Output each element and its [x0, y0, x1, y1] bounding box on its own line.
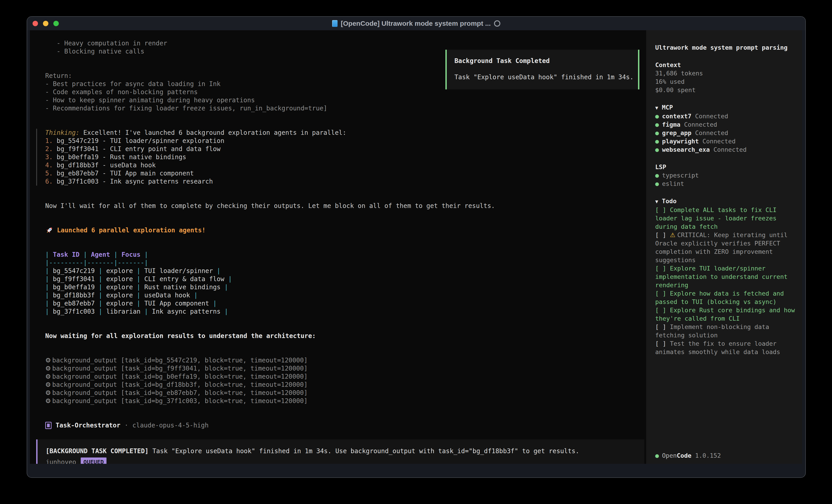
tool-call-list: ⚙background_output [task_id=bg_5547c219,…	[45, 356, 646, 405]
spinner-ring-icon	[494, 20, 500, 27]
thinking-item: 2. bg_f9ff3041 - CLI entry point and dat…	[45, 145, 646, 153]
gear-icon: ⚙	[45, 397, 51, 404]
table-row: | bg_b0effa19 | explore | Rust native bi…	[45, 283, 646, 291]
table-cell: bg_37f1c003	[53, 308, 95, 315]
thinking-item: 3. bg_b0effa19 - Rust native bindings	[45, 153, 646, 161]
table-cell: explore	[106, 267, 133, 275]
mcp-server-name: grep_app	[662, 130, 692, 136]
mcp-server-item: ●context7 Connected	[655, 112, 796, 120]
todo-item: [ ] Explore how data is fetched and pass…	[655, 289, 796, 306]
table-cell: CLI entry & data flow	[144, 275, 224, 283]
agent-separator: ·	[125, 421, 128, 429]
connected-dot-icon: ●	[655, 172, 659, 179]
table-cell: bg_df18bb3f	[53, 291, 95, 299]
tool-call-line: ⚙background_output [task_id=bg_df18bb3f,…	[45, 381, 646, 389]
agent-avatar-icon	[45, 422, 52, 429]
table-row: | bg_eb87ebb7 | explore | TUI App compon…	[45, 300, 646, 308]
thinking-block: Thinking: Excellent! I've launched 6 bac…	[36, 129, 646, 186]
connected-dot-icon: ●	[655, 113, 659, 120]
todo-list: [ ] Complete ALL tasks to fix CLI loader…	[655, 206, 796, 356]
lsp-heading: LSP	[655, 163, 796, 171]
mcp-section: ▼ MCP ●context7 Connected●figma Connecte…	[655, 103, 796, 154]
connected-dot-icon: ●	[655, 146, 659, 153]
thinking-item-text: bg_eb87ebb7 - TUI App main component	[53, 170, 194, 177]
mcp-heading: ▼ MCP	[655, 103, 796, 112]
todo-item: [ ] ⚠ CRITICAL: Keep iterating until Ora…	[655, 231, 796, 264]
thinking-item-list: 1. bg_5547c219 - TUI loader/spinner expl…	[45, 137, 646, 186]
gear-icon: ⚙	[45, 365, 51, 372]
tool-output-line: - How to keep spinner animating during h…	[45, 96, 646, 104]
sidebar-footer: ●OpenCode 1.0.152	[655, 451, 796, 460]
table-cell: bg_b0effa19	[53, 283, 95, 291]
gear-icon: ⚙	[45, 373, 51, 380]
table-cell: explore	[106, 291, 133, 299]
context-section: Context 31,686 tokens16% used$0.00 spent	[655, 61, 796, 94]
window-title: [OpenCode] Ultrawork mode system prompt …	[27, 20, 805, 27]
waiting-line: Now waiting for all exploration results …	[45, 332, 646, 340]
tool-output-line: - Heavy computation in render	[45, 39, 646, 48]
todo-item: [ ] Explore TUI loader/spinner implement…	[655, 264, 796, 289]
todo-item: [ ] Implement non-blocking data fetching…	[655, 323, 796, 339]
opencode-window: [OpenCode] Ultrawork mode system prompt …	[27, 16, 806, 478]
todo-item: [ ] Complete ALL tasks to fix CLI loader…	[655, 206, 796, 231]
connected-dot-icon: ●	[655, 180, 659, 187]
table-cell: TUI loader/spinner	[144, 267, 213, 275]
todo-section: ▼ Todo [ ] Complete ALL tasks to fix CLI…	[655, 197, 796, 356]
title-bar: [OpenCode] Ultrawork mode system prompt …	[27, 17, 805, 30]
sidebar: Ultrawork mode system prompt parsing Con…	[646, 30, 802, 464]
lsp-server-list: ●typescript●eslint	[655, 171, 796, 188]
brand-open: Open	[662, 452, 677, 459]
todo-item: [ ] Test the fix to ensure loader animat…	[655, 339, 796, 356]
table-cell: useData hook	[144, 291, 190, 299]
mcp-server-item: ●grep_app Connected	[655, 129, 796, 137]
mcp-server-list: ●context7 Connected●figma Connected●grep…	[655, 112, 796, 154]
chevron-down-icon[interactable]: ▼	[655, 105, 658, 111]
gear-icon: ⚙	[45, 357, 51, 364]
table-cell: Rust native bindings	[144, 283, 220, 291]
chevron-down-icon[interactable]: ▼	[655, 199, 658, 204]
background-completed-message: [BACKGROUND TASK COMPLETED] Task "Explor…	[36, 440, 644, 464]
table-cell: explore	[106, 300, 133, 307]
warning-icon: ⚠	[670, 231, 677, 239]
thinking-item-text: bg_f9ff3041 - CLI entry point and data f…	[53, 145, 220, 152]
tool-call-line: ⚙background_output [task_id=bg_5547c219,…	[45, 356, 646, 364]
status-dot-icon: ●	[655, 452, 659, 459]
todo-heading: ▼ Todo	[655, 197, 796, 206]
mcp-server-name: websearch_exa	[662, 146, 710, 153]
thinking-item: 4. bg_df18bb3f - useData hook	[45, 161, 646, 169]
table-cell: Ink async patterns	[152, 308, 220, 315]
thinking-item-number: 2.	[45, 145, 53, 152]
context-stats: 31,686 tokens16% used$0.00 spent	[655, 69, 796, 94]
mcp-server-name: playwright	[662, 138, 699, 145]
background-task-toast: Background Task Completed Task "Explore …	[445, 50, 640, 89]
connected-dot-icon: ●	[655, 138, 659, 145]
completed-message-meta: junhoyeo QUEUED	[46, 457, 638, 464]
toast-title: Background Task Completed	[454, 57, 631, 65]
lsp-server-item: ●typescript	[655, 171, 796, 179]
thinking-item-number: 5.	[45, 170, 53, 177]
tool-call-line: ⚙background_output [task_id=bg_f9ff3041,…	[45, 364, 646, 372]
context-heading: Context	[655, 61, 796, 69]
thinking-item-text: bg_5547c219 - TUI loader/spinner explora…	[53, 137, 225, 144]
tool-call-line: ⚙background_output [task_id=bg_eb87ebb7,…	[45, 389, 646, 397]
agents-table: | Task ID | Agent | Focus ||---------|--…	[45, 251, 646, 316]
table-separator-row: |---------|-------|-------|	[45, 259, 646, 267]
thinking-item-text: bg_37f1c003 - Ink async patterns researc…	[53, 178, 213, 185]
thinking-item-number: 1.	[45, 137, 53, 144]
thinking-item-text: bg_b0effa19 - Rust native bindings	[53, 153, 186, 161]
thinking-label: Thinking:	[45, 129, 80, 136]
table-cell: explore	[106, 283, 133, 291]
table-header-cell: Focus	[122, 251, 140, 258]
thinking-item-number: 3.	[45, 153, 53, 161]
connected-dot-icon: ●	[655, 121, 659, 128]
table-cell: explore	[106, 275, 133, 283]
mcp-server-name: context7	[662, 113, 692, 120]
thinking-item: 6. bg_37f1c003 - Ink async patterns rese…	[45, 177, 646, 186]
table-row: | bg_f9ff3041 | explore | CLI entry & da…	[45, 275, 646, 283]
table-cell: bg_eb87ebb7	[53, 300, 95, 307]
context-stat-line: $0.00 spent	[655, 86, 796, 94]
launch-banner-text: Launched 6 parallel exploration agents!	[57, 226, 206, 234]
window-title-text: [OpenCode] Ultrawork mode system prompt …	[341, 20, 491, 27]
thinking-item-text: bg_df18bb3f - useData hook	[53, 162, 156, 169]
table-cell: librarian	[106, 308, 140, 315]
